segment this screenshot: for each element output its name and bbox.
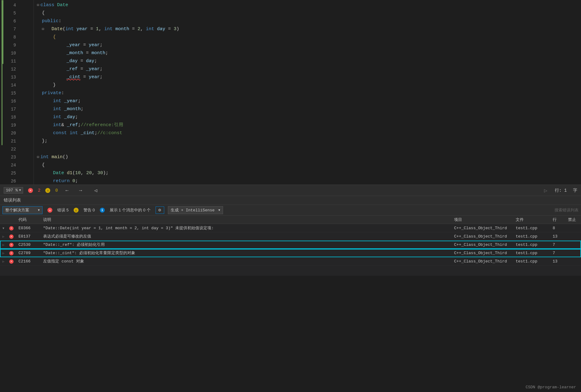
code-line-7: ⊟ Date(int year = 1, int month = 2, int … xyxy=(34,25,581,33)
col-disabled-header[interactable]: 禁止 xyxy=(566,216,581,224)
code-line-15: private: xyxy=(34,89,581,97)
code-content[interactable]: ⊟ class Date { public: ⊟ Date(int year =… xyxy=(34,0,581,185)
col-project-cell: C++_Class_Object_Third xyxy=(452,257,513,266)
col-type-cell: ✕ xyxy=(7,249,16,257)
code-line-25: Date d1(10, 20, 30); xyxy=(34,169,581,177)
errors-filter-button[interactable]: 错误 5 xyxy=(55,206,71,214)
fold-icon-4[interactable]: ⊟ xyxy=(37,1,39,9)
col-desc-cell: "Date::_ref": 必须初始化引用 xyxy=(41,241,452,249)
zoom-control[interactable]: 107 % ▼ xyxy=(4,187,23,194)
code-line-23: ⊟ int main() xyxy=(34,153,581,161)
col-code-cell: C2166 xyxy=(16,257,41,266)
warnings-label: 警告 0 xyxy=(83,207,95,213)
info-filter-button[interactable]: 展示 1 个消息中的 0 个 xyxy=(107,206,153,214)
editor-area: 4 5 6 7 8 9 10 11 12 13 14 15 16 17 18 1… xyxy=(0,0,581,185)
code-line-14: } xyxy=(34,81,581,89)
code-line-26: return 0; xyxy=(34,177,581,185)
warnings-filter-button[interactable]: 警告 0 xyxy=(81,206,97,214)
col-desc-header[interactable]: 说明 xyxy=(41,216,452,224)
code-line-11: _day = day; xyxy=(34,57,581,65)
nav-forward-button[interactable]: → xyxy=(76,187,85,194)
col-expand-cell: ▷ xyxy=(0,232,7,241)
code-line-21: }; xyxy=(34,137,581,145)
filter-icon-button[interactable]: ⚙ xyxy=(156,206,164,214)
col-file-cell: test1.cpp xyxy=(513,249,550,257)
code-line-22 xyxy=(34,145,581,153)
table-row[interactable]: ▷ ✕ E0137 表达式必须是可修改的左值 C++_Class_Object_… xyxy=(0,232,581,241)
code-line-20: const int _cint;//c:const xyxy=(34,129,581,137)
table-row[interactable]: ▼ ✕ E0366 "Date::Date(int year = 1, int … xyxy=(0,224,581,232)
col-desc-cell: "Date::Date(int year = 1, int month = 2,… xyxy=(41,224,452,232)
code-line-5: { xyxy=(34,9,581,17)
error-toolbar: 整个解决方案 ▼ ✕ 错误 5 ⚠ 警告 0 i 展示 1 个消息中的 0 个 … xyxy=(0,205,581,216)
scope-label: 整个解决方案 xyxy=(5,207,29,213)
nav-back-button[interactable]: ← xyxy=(63,187,71,194)
table-row[interactable]: ▷ ✕ C2530 "Date::_ref": 必须初始化引用 C++_Clas… xyxy=(0,241,581,249)
col-project-header[interactable]: 项目 xyxy=(452,216,513,224)
col-expand-cell: ▷ xyxy=(0,249,7,257)
expand-arrow[interactable]: ▼ xyxy=(2,227,4,230)
char-info: 字 xyxy=(573,188,577,193)
col-code-header[interactable]: 代码 xyxy=(16,216,41,224)
code-line-10: _month = month; xyxy=(34,49,581,57)
expand-arrow[interactable]: ▷ xyxy=(2,252,4,255)
col-file-cell: test1.cpp xyxy=(513,257,550,266)
line-numbers: 4 5 6 7 8 9 10 11 12 13 14 15 16 17 18 1… xyxy=(4,0,18,185)
row-error-icon: ✕ xyxy=(9,243,14,247)
col-disabled-cell xyxy=(566,224,581,232)
info-label: 展示 1 个消息中的 0 个 xyxy=(110,207,151,213)
table-row[interactable]: ▷ ✕ C2789 "Date::_cint": 必须初始化常量限定类型的对象 … xyxy=(0,249,581,257)
col-file-cell: test1.cpp xyxy=(513,241,550,249)
row-error-icon: ✕ xyxy=(9,259,14,264)
col-type-cell: ✕ xyxy=(7,241,16,249)
expand-arrow[interactable]: ▷ xyxy=(2,235,4,238)
col-type-header xyxy=(7,216,16,224)
scope-dropdown[interactable]: 整个解决方案 ▼ xyxy=(2,206,43,214)
status-bar: 107 % ▼ ✕ 2 ⚠ 0 ← → ◁ ▷ 行: 1 字 xyxy=(0,185,581,196)
fold-icon-7[interactable]: ⊟ xyxy=(42,25,44,33)
col-disabled-cell xyxy=(566,241,581,249)
info-toolbar-icon: i xyxy=(100,208,105,213)
col-file-cell: test1.cpp xyxy=(513,232,550,241)
fold-icon-23[interactable]: ⊟ xyxy=(37,153,39,161)
left-margin: 4 5 6 7 8 9 10 11 12 13 14 15 16 17 18 1… xyxy=(0,0,34,185)
code-line-19: int& _ref;//reference:引用 xyxy=(34,121,581,129)
code-line-6: public: xyxy=(34,17,581,25)
col-disabled-cell xyxy=(566,257,581,266)
col-code-cell: E0137 xyxy=(16,232,41,241)
col-project-cell: C++_Class_Object_Third xyxy=(452,232,513,241)
error-panel-title-bar: 错误列表 xyxy=(0,196,581,205)
scroll-left-icon[interactable]: ◁ xyxy=(92,187,99,194)
col-code-cell: C2530 xyxy=(16,241,41,249)
col-type-cell: ✕ xyxy=(7,257,16,266)
col-expand-header xyxy=(0,216,7,224)
error-table-container[interactable]: 代码 说明 项目 文件 行 禁止 ▼ ✕ E0366 "Date::Date(i… xyxy=(0,216,581,271)
code-line-12: _ref = _year; xyxy=(34,65,581,73)
col-file-header[interactable]: 文件 xyxy=(513,216,550,224)
table-row[interactable]: ▷ ✕ C2166 左值指定 const 对象 C++_Class_Object… xyxy=(0,257,581,266)
code-line-24: { xyxy=(34,161,581,169)
generate-dropdown[interactable]: 生成 + IntelliSense ▼ xyxy=(168,206,223,214)
col-type-cell: ✕ xyxy=(7,224,16,232)
col-type-cell: ✕ xyxy=(7,232,16,241)
watermark: CSDN @program-learner xyxy=(526,385,576,390)
col-line-header[interactable]: 行 xyxy=(550,216,566,224)
expand-arrow[interactable]: ▷ xyxy=(2,260,4,263)
row-error-icon: ✕ xyxy=(9,226,14,230)
generate-label: 生成 + IntelliSense xyxy=(171,207,215,213)
expand-arrow[interactable]: ▷ xyxy=(2,243,4,247)
search-placeholder: 搜索错误列表 xyxy=(555,207,579,213)
zoom-value: 107 % xyxy=(6,188,18,193)
col-code-cell: C2789 xyxy=(16,249,41,257)
col-expand-cell: ▷ xyxy=(0,241,7,249)
col-code-cell: E0366 xyxy=(16,224,41,232)
scroll-right-icon[interactable]: ▷ xyxy=(544,187,547,194)
warning-count: 0 xyxy=(55,188,58,193)
col-project-cell: C++_Class_Object_Third xyxy=(452,241,513,249)
error-panel: 错误列表 整个解决方案 ▼ ✕ 错误 5 ⚠ 警告 0 i 展示 1 个消息中的… xyxy=(0,196,581,276)
error-table: 代码 说明 项目 文件 行 禁止 ▼ ✕ E0366 "Date::Date(i… xyxy=(0,216,581,266)
code-line-17: int _month; xyxy=(34,105,581,113)
code-line-13: _cint = year; xyxy=(34,73,581,81)
code-line-4: ⊟ class Date xyxy=(34,1,581,9)
table-header-row: 代码 说明 项目 文件 行 禁止 xyxy=(0,216,581,224)
